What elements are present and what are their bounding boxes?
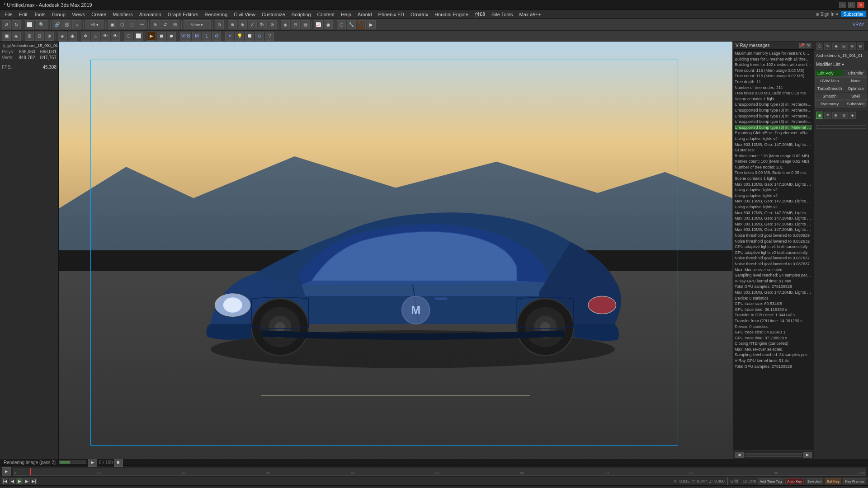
menu-file[interactable]: File [2,11,15,18]
modifier-edit-poly[interactable]: Edit Poly [815,70,844,77]
selected-btn[interactable]: Selected [806,478,823,484]
curve-editor-btn[interactable]: 📈 [314,20,323,29]
modifier-none[interactable]: None [844,77,867,84]
hide-btn[interactable]: 👁 [101,32,110,41]
mod-stack-icon-3[interactable]: ⊕ [832,112,840,119]
vray-extra4[interactable]: ⊙ [255,32,264,41]
material-btn[interactable]: ⬡ [337,20,346,29]
select-rotate[interactable]: ↺ [160,20,170,29]
add-time-tag-btn[interactable]: Add Time Tag [758,478,783,484]
select-name-btn[interactable]: 🔍 [35,20,48,29]
menu-ornatrix[interactable]: Ornatrix [408,11,431,18]
render-interactive-btn[interactable]: ⏺ [167,32,176,41]
vray-extra1[interactable]: ☀ [225,32,234,41]
mod-icon-6[interactable]: ⊕ [857,42,864,50]
mod-stack-icon-5[interactable]: ◈ [849,112,856,119]
mirror-btn[interactable]: ◈ [281,20,290,29]
angle-snap[interactable]: ∠ [248,20,257,29]
param-slider[interactable] [816,125,866,129]
modifier-smooth[interactable]: Smooth [815,93,844,100]
scene-explorer-btn[interactable]: ▣ [2,32,11,41]
menu-graph-editors[interactable]: Graph Editors [165,11,201,18]
freeze-btn[interactable]: ❄ [81,32,90,41]
vray-close-btn[interactable]: ✕ [806,43,811,48]
menu-fa[interactable]: 付£ã [472,10,488,18]
mod-icon-3[interactable]: ◈ [832,42,840,50]
menu-content[interactable]: Content [315,11,338,18]
snap-3d[interactable]: ⊕ [238,20,247,29]
menu-tools[interactable]: Tools [31,11,48,18]
unhide-btn[interactable]: 👁 [111,32,120,41]
go-end-btn[interactable]: ▶| [31,478,37,484]
mod-stack-icon-1[interactable]: ▣ [816,112,823,119]
viewport[interactable]: [+] [Perspective] [Use Defined] [Default… [59,42,732,459]
mod-icon-1[interactable]: ⬡ [816,42,823,50]
render-frame-btn[interactable]: ▶ [147,32,156,41]
select-window[interactable]: ⬡ [118,20,127,29]
key-frames-btn[interactable]: Key Frames [843,478,866,484]
menu-scripting[interactable]: Scripting [289,11,314,18]
vray-extra2[interactable]: 💡 [235,32,244,41]
timeline-play-btn[interactable]: ▶ [2,467,11,476]
modifier-list-label[interactable]: Modifier List ▾ [814,60,868,69]
menu-rendering[interactable]: Rendering [202,11,231,18]
menu-max-extra[interactable]: Max ã¥±+ [517,11,544,18]
render-stop-btn[interactable]: ⏹ [114,458,123,467]
modifier-turbosmooth[interactable]: TurboSmooth [815,85,844,92]
next-frame-btn[interactable]: ▶ [24,478,30,484]
render-progress-btn[interactable]: ▶ [88,458,97,467]
select-lasso[interactable]: ◌ [127,20,137,29]
vray-scrollbar[interactable] [745,453,802,457]
select-btn[interactable]: ⬜ [25,20,34,29]
render-btn[interactable]: ⬛ [357,20,366,29]
select-invert-btn[interactable]: ⊕ [45,32,54,41]
link-btn[interactable]: 🔗 [52,20,61,29]
mod-stack-icon-2[interactable]: ≡ [824,112,831,119]
prev-frame-btn[interactable]: ◀ [9,478,15,484]
unfreeze-btn[interactable]: ♨ [91,32,100,41]
select-none-btn[interactable]: ⊟ [35,32,44,41]
menu-help[interactable]: Help [338,11,354,18]
mod-icon-2[interactable]: ✎ [824,42,831,50]
align-btn[interactable]: ⊟ [291,20,300,29]
signin-area[interactable]: ⊕ Sign In ▾ [814,12,840,17]
modifier-symmetry[interactable]: Symmetry [815,100,844,108]
select-scale[interactable]: ⊞ [170,20,179,29]
vray-messages-content[interactable]: Maximum memory usage for restrain: 0.32 … [733,50,814,450]
mod-icon-5[interactable]: ⊗ [849,42,856,50]
group-btn[interactable]: ◈ [58,32,67,41]
mod-icon-4[interactable]: ⊞ [840,42,848,50]
snap-2d[interactable]: ⊕ [228,20,237,29]
select-all-btn[interactable]: ⊞ [25,32,34,41]
menu-phoenix[interactable]: Phoenix FD [376,11,407,18]
menu-civil-view[interactable]: Civil View [231,11,258,18]
bind-btn[interactable]: ○ [72,20,81,29]
subscription-btn[interactable]: Subscribe [841,11,866,17]
vray-scroll-left[interactable]: ◀ [735,452,744,458]
ref-coord[interactable]: View ▾ [184,20,211,29]
set-key-btn[interactable]: Set Key [825,478,841,484]
select-rect[interactable]: ▣ [108,20,117,29]
spinner-snap[interactable]: ⊗ [268,20,277,29]
timeline-track[interactable]: 0 10 20 30 40 50 60 70 80 90 100 [13,468,866,476]
vray-lights-btn[interactable]: L [202,32,211,41]
undo-btn[interactable]: ↺ [2,20,11,29]
vray-extra5[interactable]: ? [265,32,274,41]
display-as-box[interactable]: ⬜ [134,32,143,41]
vray-settings-btn[interactable]: ⚙ [212,32,221,41]
schematic-btn[interactable]: ◉ [324,20,333,29]
pivot-btn[interactable]: ⊙ [215,20,224,29]
layer-btn[interactable]: ▤ [301,20,310,29]
irender-btn[interactable]: ▶ [367,20,376,29]
menu-houdini[interactable]: Houdini Engine [432,11,471,18]
modifier-optimize[interactable]: Optimize [844,85,867,92]
isolate-btn[interactable]: ⬡ [124,32,133,41]
modifier-chamfer[interactable]: Chamfer [844,70,867,77]
modifier-shell[interactable]: Shell [844,93,867,100]
close-button[interactable]: ✕ [857,2,864,8]
ungroup-btn[interactable]: ◉ [68,32,77,41]
play-btn[interactable]: ▶ [16,478,23,484]
menu-edit[interactable]: Edit [16,11,30,18]
menu-create[interactable]: Create [89,11,109,18]
select-filter[interactable]: All ▾ [85,20,104,29]
